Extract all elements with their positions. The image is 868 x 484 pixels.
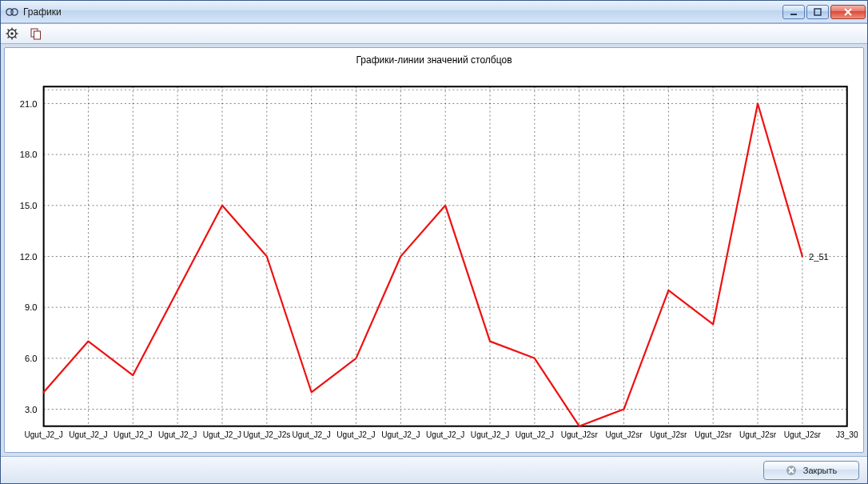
svg-text:6.0: 6.0 [25,354,37,363]
svg-text:Ugut_J2sr: Ugut_J2sr [739,430,777,439]
close-button[interactable]: Закрыть [763,461,859,480]
window-title: Графики [23,6,62,18]
svg-text:Ugut_J2_J: Ugut_J2_J [426,430,464,439]
app-window: Графики [0,0,868,484]
svg-point-1 [11,8,18,14]
svg-text:Ugut_J2_J: Ugut_J2_J [69,430,107,439]
svg-text:Ugut_J2_J: Ugut_J2_J [113,430,152,439]
chart-area: 3.06.09.012.015.018.021.0Ugut_J2_JUgut_J… [5,67,863,447]
svg-text:21.0: 21.0 [20,99,38,109]
svg-text:Ugut_J2sr: Ugut_J2sr [695,430,732,439]
svg-text:9.0: 9.0 [25,302,37,312]
svg-text:Ugut_J2sr: Ugut_J2sr [561,430,599,439]
svg-text:J3_30: J3_30 [836,430,858,439]
titlebar: Графики [1,1,867,23]
svg-text:12.0: 12.0 [20,252,38,262]
svg-text:Ugut_J2sr: Ugut_J2sr [784,430,822,439]
svg-line-13 [15,30,17,31]
svg-text:Ugut_J2_J: Ugut_J2_J [381,430,420,439]
footer-bar: Закрыть [1,456,867,483]
maximize-button[interactable] [806,5,829,19]
svg-text:Ugut_J2_J: Ugut_J2_J [203,430,241,439]
svg-line-11 [8,30,10,31]
svg-text:2_51: 2_51 [809,252,829,262]
svg-text:Ugut_J2sr: Ugut_J2sr [605,430,643,439]
chart-panel: Графики-линии значений столбцов 3.06.09.… [4,47,864,453]
svg-text:Ugut_J2_J: Ugut_J2_J [471,430,509,439]
svg-line-14 [8,37,10,38]
svg-text:Ugut_J2_J: Ugut_J2_J [158,430,197,439]
settings-icon[interactable] [6,27,18,40]
svg-text:Ugut_J2_J: Ugut_J2_J [336,430,375,439]
minimize-button[interactable] [782,5,805,19]
svg-text:15.0: 15.0 [20,201,38,210]
svg-text:Ugut_J2_J: Ugut_J2_J [24,430,62,439]
close-window-button[interactable] [830,5,866,19]
close-button-label: Закрыть [803,466,837,475]
svg-text:Ugut_J2_J: Ugut_J2_J [516,430,554,439]
svg-line-12 [15,37,17,38]
svg-text:Ugut_J2sr: Ugut_J2sr [650,430,687,439]
svg-text:Ugut_J2_J: Ugut_J2_J [292,430,330,439]
svg-text:18.0: 18.0 [20,150,38,159]
svg-text:Ugut_J2_J2s: Ugut_J2_J2s [243,430,290,439]
app-icon [6,6,18,18]
svg-rect-3 [814,9,821,15]
copy-icon[interactable] [30,27,42,40]
toolbar [1,23,867,44]
svg-rect-17 [34,31,41,39]
cancel-icon [786,465,797,476]
svg-text:3.0: 3.0 [25,405,37,414]
chart-title: Графики-линии значений столбцов [5,48,863,67]
svg-rect-2 [790,14,797,15]
svg-point-15 [10,32,14,35]
